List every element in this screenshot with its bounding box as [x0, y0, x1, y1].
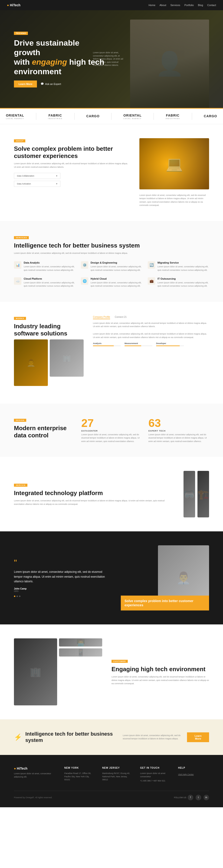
engaging-tag: CUSTOMER — [112, 660, 128, 663]
service-it-outsourcing: 💼 IT Outsourcing Lorem ipsum dolor sit a… — [148, 277, 209, 288]
testimonial-overlay: Solve complex problem into better custom… — [121, 596, 209, 611]
quote-icon: " — [14, 559, 112, 567]
footer-about-text: Lorem ipsum dolor sit amet, consectetur … — [14, 772, 58, 778]
service-title: Migrating Service — [157, 261, 209, 264]
service-hybrid-cloud: 🌐 Hybrid Cloud Lorem ipsum dolor sit ame… — [81, 277, 142, 288]
footer-contact-text: Lorem ipsum dolor sit amet consectetur — [140, 772, 171, 778]
twitter-icon[interactable]: t — [196, 795, 201, 800]
stat-expert: 63 EXPERT TECH Lorem ipsum dolor sit ame… — [148, 417, 209, 443]
brand-oriental-2: ORIENTAL LOCAL AGENCY — [123, 114, 142, 119]
enterprise-title: Modern enterprise data control — [14, 425, 70, 439]
service-title: Cloud Platform — [24, 277, 75, 280]
chevron-down-icon: ▾ — [56, 183, 58, 185]
brand-cargo-1: CARGO — [86, 114, 100, 118]
hero-buttons: Learn More 💬 Ask an Expert — [14, 81, 107, 88]
service-title: IT Outsourcing — [157, 277, 209, 280]
engaging-image-2: 👨‍💻 — [59, 639, 102, 647]
industry-title: Industry leading software solutions — [14, 323, 84, 337]
cta-icon: ⚡ — [14, 733, 22, 741]
nav-logo[interactable]: ● HiTech — [7, 3, 21, 7]
testimonial-right: 👨‍💼 Solve complex problem into better cu… — [121, 545, 209, 611]
solve-section: ABOUT Solve complex problem into better … — [0, 124, 223, 221]
cta-banner: ⚡ Intelligence tech for better business … — [0, 719, 223, 755]
nav-contact[interactable]: Contact — [207, 4, 216, 6]
dot-3[interactable] — [19, 596, 21, 597]
engaging-section: 🏢 👨‍💻 📱 CUSTOMER Engaging high tech envi… — [0, 624, 223, 719]
footer-grid: ● HiTech Lorem ipsum dolor sit amet, con… — [14, 767, 209, 784]
hero-image: 👤 — [130, 20, 209, 108]
linkedin-icon[interactable]: in — [203, 795, 209, 800]
nav-about[interactable]: About — [159, 4, 166, 6]
engaging-right: CUSTOMER Engaging high tech environment … — [112, 659, 209, 685]
ask-expert-button[interactable]: 💬 Ask an Expert — [41, 82, 61, 85]
cta-button[interactable]: Learn More — [187, 732, 209, 742]
industry-right: Company Profile Connect 21 Lorem ipsum d… — [93, 316, 209, 390]
social-icons: f t in — [188, 795, 209, 800]
service-text: Lorem ipsum dolor sit amet, consectetur … — [157, 265, 209, 272]
service-text: Lorem ipsum dolor sit amet, consectetur … — [90, 281, 142, 288]
facebook-icon[interactable]: f — [188, 795, 193, 800]
brand-fabric-1: FABRIC INDUSTRIES — [48, 114, 63, 119]
services-title: Intelligence tech for better business sy… — [14, 242, 209, 249]
nav-blog[interactable]: Blog — [198, 4, 203, 6]
nav-home[interactable]: Home — [148, 4, 155, 6]
services-subtitle: Lorem ipsum dolor sit amet, consectetur … — [14, 251, 135, 255]
cta-left: ⚡ Intelligence tech for better business … — [14, 731, 123, 743]
engaging-image-3: 📱 — [59, 648, 102, 656]
dot-2[interactable] — [16, 596, 18, 597]
dropdown-collaboration[interactable]: Data Collaboration ▾ — [14, 173, 61, 179]
tab-connect[interactable]: Connect 21 — [115, 316, 126, 319]
nav-services[interactable]: Services — [171, 4, 180, 6]
industry-image-1: 👨‍💼 — [14, 339, 48, 386]
engaging-text: Lorem ipsum dolor sit amet, consectetur … — [112, 675, 209, 685]
expert-icon: 💬 — [41, 82, 44, 85]
nav-links: Home About Services Portfolio Blog Conta… — [148, 4, 216, 6]
footer-newjersey-address: Martinsburg Rd 87, Ecung 40, National Pa… — [102, 772, 133, 781]
tab-company-profile[interactable]: Company Profile — [93, 316, 110, 319]
footer-newjersey-title: NEW JERSEY — [102, 767, 133, 769]
enterprise-left: DESIGN Modern enterprise data control — [14, 417, 70, 441]
dropdown-activation[interactable]: Data Activation ▾ — [14, 181, 61, 187]
integrated-left: SERVICE Integrated technology platform L… — [14, 483, 174, 506]
testimonial-role: CEO — [14, 590, 112, 592]
hero-section: TECHNO Drive sustainable growth with eng… — [0, 10, 223, 108]
migrating-icon: 🔄 — [148, 261, 155, 269]
brand-cargo-2: CARGO — [204, 114, 217, 118]
testimonial-content: " Lorem ipsum dolor sit amet, consectetu… — [14, 559, 112, 597]
testimonial-dots — [14, 596, 112, 597]
stats-grid: 27 DATACENTER Lorem ipsum dolor sit amet… — [81, 417, 209, 443]
data-analytic-icon: 📊 — [14, 261, 22, 269]
service-data-analytic: 📊 Data Analytic Lorem ipsum dolor sit am… — [14, 261, 75, 272]
chevron-down-icon: ▾ — [56, 175, 58, 177]
footer-contact-title: GET IN TOUCH — [140, 767, 171, 769]
testimonial-author: John Camp — [14, 587, 112, 590]
service-title: Hybrid Cloud — [90, 277, 142, 280]
brand-oriental-1: ORIENTAL LOCAL AGENCY — [6, 114, 24, 119]
service-text: Lorem ipsum dolor sit amet, consectetur … — [157, 281, 209, 288]
solve-right: 💻 Lorem ipsum dolor sit amet, consectetu… — [139, 138, 209, 207]
dot-1[interactable] — [14, 596, 15, 597]
footer-copyright: Powered by Omega®. All rights reserved. — [14, 796, 52, 799]
footer-help-center-link[interactable]: Visit Help Center — [178, 773, 194, 776]
integrated-images: 🥽 🏗️ — [184, 471, 209, 518]
solve-right-text: Lorem ipsum dolor sit amet, consectetur … — [139, 193, 209, 207]
service-design-engineering: ⚙️ Design & Engineering Lorem ipsum dolo… — [81, 261, 142, 272]
enterprise-section: DESIGN Modern enterprise data control 27… — [0, 404, 223, 457]
tech-image-2: 🏗️ — [197, 471, 209, 518]
integrated-tag: SERVICE — [14, 484, 27, 487]
brands-bar: ORIENTAL LOCAL AGENCY FABRIC INDUSTRIES … — [0, 108, 223, 124]
solve-tag: ABOUT — [14, 140, 25, 143]
progress-measurement: Measurement — [124, 342, 152, 346]
industry-images: 👨‍💼 🏢 — [14, 339, 84, 386]
enterprise-tag: DESIGN — [14, 419, 26, 422]
service-cloud-platform: ☁️ Cloud Platform Lorem ipsum dolor sit … — [14, 277, 75, 288]
footer-newyork: NEW YORK Paradise Road 17, Office 09, Pa… — [64, 767, 95, 784]
footer-bottom: Powered by Omega®. All rights reserved. … — [14, 791, 209, 800]
hero-tag: TECHNO — [14, 32, 28, 35]
learn-more-button[interactable]: Learn More — [14, 81, 37, 88]
nav-portfolio[interactable]: Portfolio — [184, 4, 194, 6]
stat-datacenter: 27 DATACENTER Lorem ipsum dolor sit amet… — [81, 417, 142, 443]
footer: ● HiTech Lorem ipsum dolor sit amet, con… — [0, 755, 223, 807]
navbar: ● HiTech Home About Services Portfolio B… — [0, 0, 223, 10]
footer-contact: GET IN TOUCH Lorem ipsum dolor sit amet … — [140, 767, 171, 784]
